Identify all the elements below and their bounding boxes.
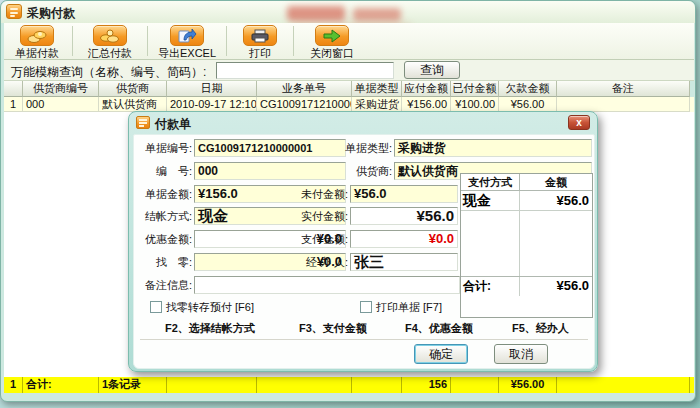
doc-no-label: 单据编号: bbox=[134, 139, 192, 157]
status-cell bbox=[557, 377, 690, 393]
search-button[interactable]: 查询 bbox=[404, 61, 460, 79]
panel-total-value: ¥56.0 bbox=[520, 277, 592, 296]
unpaid-field[interactable]: ¥56.0 bbox=[350, 185, 458, 203]
cancel-button[interactable]: 取消 bbox=[494, 344, 548, 364]
app-icon bbox=[6, 4, 22, 19]
export-excel-icon bbox=[170, 25, 204, 46]
status-payable-total: 156 bbox=[402, 377, 451, 393]
column-header-owed[interactable]: 欠款金额 bbox=[499, 81, 557, 97]
actual-pay-field[interactable]: ¥56.0 bbox=[350, 207, 458, 225]
status-cell bbox=[167, 377, 257, 393]
grid-header: 供货商编号 供货商 日期 业务单号 单据类型 应付金额 已付金额 欠款金额 备注 bbox=[4, 81, 694, 97]
form-icon bbox=[136, 116, 150, 129]
cell-owed: ¥56.00 bbox=[499, 97, 557, 112]
cell-paid: ¥100.00 bbox=[451, 97, 499, 112]
actual-pay-label: 实付金额: bbox=[296, 207, 348, 225]
search-label: 万能模糊查询（名称、编号、简码）: bbox=[11, 64, 206, 81]
column-header-order-no[interactable]: 业务单号 bbox=[257, 81, 352, 97]
close-icon[interactable]: x bbox=[568, 115, 590, 130]
pay-amount-label: 支付金额: bbox=[296, 230, 348, 248]
pay-panel-spacer bbox=[461, 211, 592, 277]
code-field[interactable]: 000 bbox=[194, 162, 346, 180]
cell-remark bbox=[557, 97, 690, 112]
column-header-remark[interactable]: 备注 bbox=[557, 81, 690, 97]
toolbar-label: 汇总付款 bbox=[88, 47, 132, 59]
pay-amount-cell: ¥56.0 bbox=[520, 191, 592, 210]
panel-total-label: 合计: bbox=[461, 277, 520, 296]
status-cell bbox=[352, 377, 402, 393]
toolbar-label: 单据付款 bbox=[15, 47, 59, 59]
status-owed-total: ¥56.00 bbox=[499, 377, 557, 393]
toolbar-button-doc-payment[interactable]: 单据付款 bbox=[8, 25, 66, 59]
desktop: 采购付款 单据付款 汇总付款 bbox=[0, 0, 700, 408]
column-header[interactable] bbox=[4, 81, 23, 97]
doc-type-label: 单据类型: bbox=[340, 139, 392, 157]
blurred-watermark bbox=[353, 8, 401, 21]
checkbox-label: 找零转存预付 [F6] bbox=[166, 300, 254, 315]
pay-method-row[interactable]: 现金 ¥56.0 bbox=[461, 191, 592, 211]
checkbox-change-to-prepay[interactable]: 找零转存预付 [F6] bbox=[150, 300, 254, 314]
toolbar-separator bbox=[226, 26, 227, 56]
fkey-hint-settle: F2、选择结帐方式 bbox=[165, 321, 255, 336]
operator-label: 经 办 人: bbox=[296, 253, 348, 271]
status-rownum: 1 bbox=[4, 377, 23, 393]
window-title: 采购付款 bbox=[27, 5, 75, 22]
pay-amount-field[interactable]: ¥0.0 bbox=[350, 230, 458, 248]
supplier-label: 供货商: bbox=[340, 162, 392, 180]
doc-no-field[interactable]: CG1009171210000001 bbox=[194, 139, 346, 157]
cell-payable: ¥156.00 bbox=[402, 97, 451, 112]
column-header-date[interactable]: 日期 bbox=[167, 81, 257, 97]
ok-button[interactable]: 确定 bbox=[414, 344, 468, 364]
status-total-label: 合计: bbox=[23, 377, 99, 393]
checkbox-label: 打印单据 [F7] bbox=[376, 300, 442, 315]
column-header-payable[interactable]: 应付金额 bbox=[402, 81, 451, 97]
fkey-hint-discount: F4、优惠金额 bbox=[405, 321, 473, 336]
status-record-count: 1条记录 bbox=[99, 377, 167, 393]
column-header-supplier-id[interactable]: 供货商编号 bbox=[23, 81, 99, 97]
pay-panel-total-row: 合计: ¥56.0 bbox=[461, 277, 592, 296]
green-arrow-icon bbox=[315, 25, 349, 46]
toolbar-button-print[interactable]: 打印 bbox=[233, 25, 287, 59]
remark-field[interactable] bbox=[194, 276, 460, 294]
coins-summary-icon bbox=[93, 25, 127, 46]
dialog-body: 单据编号: CG1009171210000001 单据类型: 采购进货 编 号:… bbox=[133, 134, 595, 369]
operator-field[interactable]: 张三 bbox=[350, 253, 458, 271]
checkbox-print-doc[interactable]: 打印单据 [F7] bbox=[360, 300, 442, 314]
pay-method-panel: 支付方式 金额 现金 ¥56.0 合计: ¥56.0 bbox=[460, 173, 593, 318]
fkey-hint-pay: F3、支付金额 bbox=[299, 321, 367, 336]
column-header-paid[interactable]: 已付金额 bbox=[451, 81, 499, 97]
cell-rownum: 1 bbox=[4, 97, 23, 112]
toolbar-label: 打印 bbox=[249, 47, 271, 59]
cell-supplier-id: 000 bbox=[23, 97, 99, 112]
toolbar-button-summary-payment[interactable]: 汇总付款 bbox=[79, 25, 141, 59]
cell-order-no: CG1009171210000001 bbox=[257, 97, 352, 112]
status-cell bbox=[257, 377, 352, 393]
toolbar-button-close-window[interactable]: 关闭窗口 bbox=[300, 25, 364, 59]
doc-amount-label: 单据金额: bbox=[134, 185, 192, 203]
cell-date: 2010-09-17 12:10:59 bbox=[167, 97, 257, 112]
dialog-title: 付款单 bbox=[155, 116, 191, 133]
search-input[interactable] bbox=[216, 62, 394, 79]
pay-panel-header: 支付方式 金额 bbox=[461, 174, 592, 191]
divider bbox=[140, 339, 588, 340]
change-label: 找 零: bbox=[134, 253, 192, 271]
table-row[interactable]: 1 000 默认供货商 2010-09-17 12:10:59 CG100917… bbox=[4, 97, 694, 112]
unpaid-label: 未付金额: bbox=[296, 185, 348, 203]
column-header-doc-type[interactable]: 单据类型 bbox=[352, 81, 402, 97]
toolbar-label: 关闭窗口 bbox=[310, 47, 354, 59]
checkbox-icon bbox=[150, 301, 162, 313]
column-header-supplier[interactable]: 供货商 bbox=[99, 81, 167, 97]
dialog-titlebar: 付款单 x bbox=[129, 112, 597, 134]
toolbar-button-export-excel[interactable]: 导出EXCEL bbox=[154, 25, 220, 59]
toolbar-separator bbox=[147, 26, 148, 56]
cell-doc-type: 采购进货 bbox=[352, 97, 402, 112]
blurred-watermark bbox=[287, 6, 345, 21]
doc-type-field[interactable]: 采购进货 bbox=[394, 139, 592, 157]
cell-supplier: 默认供货商 bbox=[99, 97, 167, 112]
amount-column-header: 金额 bbox=[520, 174, 592, 190]
payment-dialog: 付款单 x 单据编号: CG1009171210000001 单据类型: 采购进… bbox=[128, 111, 598, 372]
toolbar-label: 导出EXCEL bbox=[158, 47, 216, 59]
discount-label: 优惠金额: bbox=[134, 230, 192, 248]
search-bar: 万能模糊查询（名称、编号、简码）: 查询 bbox=[4, 60, 694, 81]
toolbar-separator bbox=[72, 26, 73, 56]
